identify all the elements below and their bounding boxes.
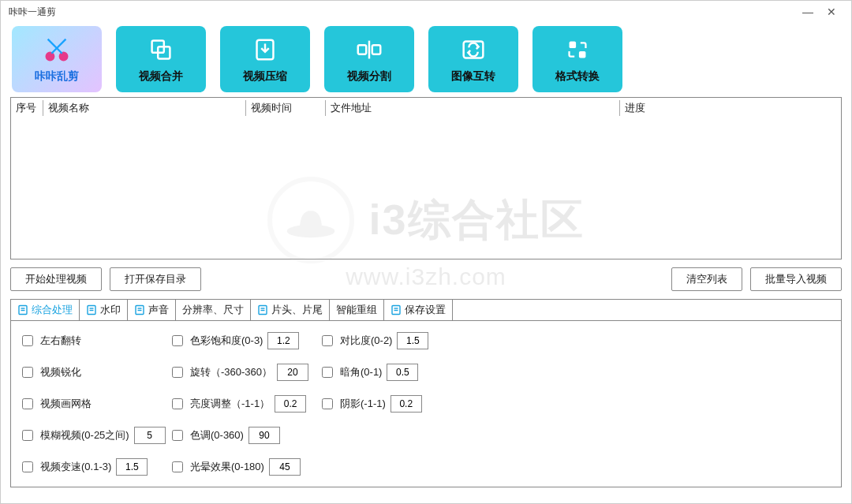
rotate-checkbox[interactable]: [172, 367, 183, 378]
opt-vignette: 暗角(0-1): [319, 364, 469, 381]
contrast-checkbox[interactable]: [322, 335, 333, 346]
start-process-button[interactable]: 开始处理视频: [10, 267, 102, 291]
svg-rect-7: [358, 45, 366, 54]
tool-label: 视频压缩: [243, 69, 287, 84]
column-headers: 序号 视频名称 视频时间 文件地址 进度: [11, 98, 841, 118]
tool-label: 图像互转: [451, 69, 495, 84]
opt-sharpen: 视频锐化: [19, 364, 169, 381]
vignette-checkbox[interactable]: [322, 367, 333, 378]
contrast-label: 对比度(0-2): [340, 334, 392, 348]
close-button[interactable]: ✕: [820, 6, 843, 18]
tab-smart-recombine[interactable]: 智能重组: [330, 300, 384, 320]
tool-label: 咔咔乱剪: [35, 69, 79, 84]
tabbed-settings: 综合处理 水印 声音 分辨率、尺寸 片头、片尾 智能重组 保存设置 左右翻转 色…: [10, 299, 842, 487]
tab-watermark[interactable]: 水印: [80, 300, 128, 320]
brightness-label: 亮度调整（-1-1）: [190, 397, 270, 411]
split-icon: [353, 35, 386, 65]
clear-list-button[interactable]: 清空列表: [671, 267, 742, 291]
saturation-input[interactable]: [267, 332, 299, 349]
speed-input[interactable]: [116, 458, 148, 476]
opt-contrast: 对比度(0-2): [319, 332, 469, 349]
blur-label: 模糊视频(0-25之间): [40, 428, 129, 442]
tool-img-convert[interactable]: 图像互转: [428, 26, 518, 92]
main-toolbar: 咔咔乱剪 视频合并 视频压缩: [1, 23, 851, 97]
settings-tabs: 综合处理 水印 声音 分辨率、尺寸 片头、片尾 智能重组 保存设置: [10, 299, 842, 320]
open-save-dir-button[interactable]: 打开保存目录: [110, 267, 201, 291]
tool-merge[interactable]: 视频合并: [116, 26, 206, 92]
svg-point-0: [47, 53, 54, 61]
svg-point-1: [60, 53, 68, 61]
tool-fmt-convert[interactable]: 格式转换: [532, 26, 622, 92]
doc-icon: [86, 304, 97, 315]
main-body: 序号 视频名称 视频时间 文件地址 进度 i3综合社区: [1, 97, 851, 503]
video-list-panel: 序号 视频名称 视频时间 文件地址 进度 i3综合社区: [10, 97, 842, 259]
contrast-input[interactable]: [397, 332, 428, 349]
halo-label: 光晕效果(0-180): [190, 460, 264, 474]
titlebar: 咔咔一通剪 — ✕: [1, 1, 851, 23]
shadow-input[interactable]: [390, 395, 422, 413]
brightness-checkbox[interactable]: [172, 398, 183, 409]
halo-checkbox[interactable]: [172, 461, 183, 472]
rotate-input[interactable]: [277, 364, 308, 381]
speed-checkbox[interactable]: [22, 461, 33, 472]
tool-random-cut[interactable]: 咔咔乱剪: [12, 26, 102, 92]
saturation-label: 色彩饱和度(0-3): [190, 334, 263, 348]
opt-speed: 视频变速(0.1-3): [19, 458, 169, 476]
brightness-input[interactable]: [275, 395, 306, 413]
col-index: 序号: [11, 101, 43, 115]
hue-input[interactable]: [248, 427, 280, 444]
minimize-button[interactable]: —: [796, 6, 820, 18]
col-name: 视频名称: [48, 101, 245, 115]
col-time: 视频时间: [251, 101, 325, 115]
opt-shadow: 阴影(-1-1): [319, 395, 469, 413]
doc-icon: [134, 304, 145, 315]
opt-flip-h: 左右翻转: [19, 332, 169, 349]
grid-checkbox[interactable]: [22, 398, 33, 409]
doc-icon: [390, 304, 402, 315]
blur-input[interactable]: [134, 427, 166, 444]
batch-import-button[interactable]: 批量导入视频: [750, 267, 842, 291]
sharpen-checkbox[interactable]: [22, 367, 33, 378]
tab-resolution[interactable]: 分辨率、尺寸: [176, 300, 251, 320]
opt-brightness: 亮度调整（-1-1）: [169, 395, 319, 413]
image-convert-icon: [457, 35, 490, 65]
shadow-label: 阴影(-1-1): [340, 397, 386, 411]
action-row: 开始处理视频 打开保存目录 清空列表 批量导入视频: [10, 267, 842, 291]
tab-audio[interactable]: 声音: [128, 300, 176, 320]
scissors-icon: [40, 35, 73, 65]
svg-rect-12: [579, 51, 586, 58]
tab-head-tail[interactable]: 片头、片尾: [251, 300, 330, 320]
tool-compress[interactable]: 视频压缩: [220, 26, 310, 92]
opt-saturation: 色彩饱和度(0-3): [169, 332, 319, 349]
doc-icon: [257, 304, 268, 315]
vignette-input[interactable]: [387, 364, 418, 381]
halo-input[interactable]: [269, 458, 301, 476]
tool-split[interactable]: 视频分割: [324, 26, 414, 92]
merge-icon: [144, 35, 178, 65]
blur-checkbox[interactable]: [22, 430, 33, 441]
speed-label: 视频变速(0.1-3): [40, 460, 111, 474]
rotate-label: 旋转（-360-360）: [190, 365, 272, 379]
svg-rect-8: [372, 45, 380, 54]
hue-label: 色调(0-360): [190, 428, 244, 442]
compress-icon: [248, 35, 282, 65]
svg-rect-11: [570, 42, 577, 49]
opt-grid: 视频画网格: [19, 395, 169, 413]
col-progress: 进度: [625, 101, 841, 115]
tab-general[interactable]: 综合处理: [11, 300, 80, 320]
col-path: 文件地址: [331, 101, 619, 115]
flip-h-checkbox[interactable]: [22, 335, 33, 346]
vignette-label: 暗角(0-1): [340, 365, 382, 379]
tool-label: 视频合并: [139, 69, 183, 84]
tool-label: 视频分割: [347, 69, 391, 84]
window-title: 咔咔一通剪: [9, 6, 56, 19]
tab-save-settings[interactable]: 保存设置: [384, 300, 453, 320]
watermark-overlay: i3综合社区 www.i3zh.com: [11, 126, 841, 259]
hue-checkbox[interactable]: [172, 430, 183, 441]
tool-label: 格式转换: [555, 69, 600, 84]
sharpen-label: 视频锐化: [40, 365, 81, 379]
doc-icon: [17, 304, 28, 315]
opt-halo: 光晕效果(0-180): [169, 458, 319, 476]
shadow-checkbox[interactable]: [322, 398, 333, 409]
saturation-checkbox[interactable]: [172, 335, 183, 346]
